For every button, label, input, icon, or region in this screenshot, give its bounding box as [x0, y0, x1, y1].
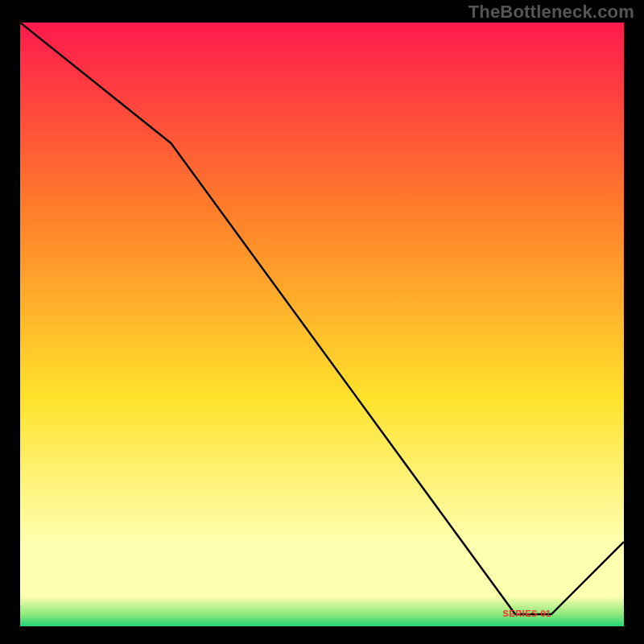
- gradient-background: [20, 23, 624, 626]
- chart-plot-area: SERIES 01: [20, 23, 624, 626]
- attribution-text: TheBottleneck.com: [469, 2, 634, 23]
- chart-svg: [20, 23, 624, 626]
